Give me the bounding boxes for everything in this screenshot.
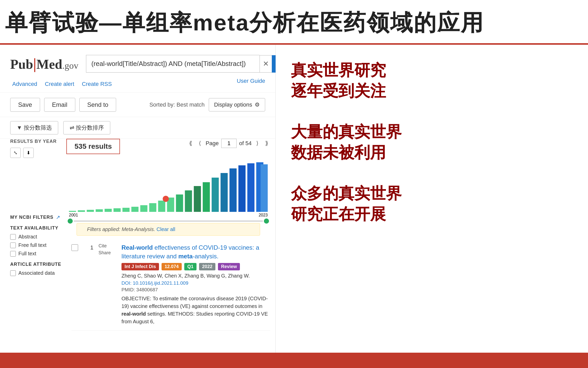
save-button[interactable]: Save: [10, 98, 40, 112]
download-chart-button[interactable]: ⬇: [23, 148, 34, 158]
quartile-badge: Q1: [184, 263, 197, 270]
pub-text: Pub: [10, 57, 33, 72]
year-badge: 2022: [199, 263, 215, 270]
abstract-highlight: real-world: [121, 311, 146, 317]
send-to-button[interactable]: Send to: [79, 98, 116, 112]
collapse-chart-button[interactable]: ⤡: [10, 148, 21, 158]
filter-row: ▼ 按分数筛选 ⇌ 按分数排序: [0, 117, 275, 139]
svg-rect-18: [229, 168, 237, 212]
results-layout: RESULTS BY YEAR ⤡ ⬇ MY NCBI FILTERS ↗ TE…: [0, 139, 275, 331]
title-post: -analysis.: [193, 253, 218, 260]
filter-free-full-text[interactable]: Free full text: [10, 242, 61, 248]
sidebar-icon-group: ⤡ ⬇: [10, 148, 61, 158]
gov-text: .gov: [62, 61, 78, 71]
search-clear-button[interactable]: ✕: [260, 55, 272, 73]
title-bar: 单臂试验—单组率meta分析在医药领域的应用: [0, 0, 588, 45]
search-input[interactable]: [86, 55, 260, 73]
clear-all-link[interactable]: Clear all: [156, 226, 175, 232]
article-actions: Cite Share: [99, 243, 116, 325]
svg-rect-14: [194, 186, 201, 212]
annotation-2-line1: 大量的真实世界: [291, 122, 408, 142]
svg-rect-6: [122, 208, 130, 212]
search-links: Advanced Create alert Create RSS: [12, 81, 112, 87]
svg-rect-5: [114, 208, 121, 212]
doi-value[interactable]: 10.1016/j.ijid.2021.11.009: [133, 280, 188, 286]
article-1-checkbox[interactable]: [71, 244, 78, 251]
last-page-button[interactable]: ⟫: [263, 139, 270, 148]
abstract-checkbox[interactable]: [10, 234, 16, 240]
pubmed-logo: Pub|Med.gov: [10, 55, 78, 73]
text-availability-title: TEXT AVAILABILITY: [10, 225, 61, 231]
page-label: Page: [206, 140, 219, 147]
my-ncbi-section: MY NCBI FILTERS ↗: [10, 214, 61, 220]
cite-label[interactable]: Cite: [99, 243, 116, 249]
advanced-link[interactable]: Advanced: [12, 81, 37, 87]
sort-by-count-button[interactable]: ⇌ 按分数排序: [63, 121, 110, 134]
article-1-badges: Int J Infect Dis 12.074 Q1 2022 Review: [121, 263, 270, 270]
cursor-icon: |: [33, 55, 36, 72]
main-layout: Pub|Med.gov ✕ Search Advanced Create ale…: [0, 45, 588, 367]
associated-data-checkbox[interactable]: [10, 270, 16, 276]
pmid-label: PMID:: [121, 287, 135, 292]
article-1-pmid: PMID: 34800687: [121, 287, 270, 293]
svg-rect-20: [247, 163, 254, 212]
first-page-button[interactable]: ⟪: [187, 139, 194, 148]
external-link-icon[interactable]: ↗: [56, 214, 60, 220]
filter-meta-analysis-tag: Meta-Analysis.: [122, 226, 155, 232]
toolbar: Save Email Send to Sorted by: Best match…: [0, 93, 275, 117]
annotation-3-line1: 众多的真实世界: [291, 183, 408, 204]
journal-badge: Int J Infect Dis: [121, 263, 159, 270]
range-slider[interactable]: [66, 218, 270, 224]
results-count-box: 535 results: [66, 139, 120, 154]
title-highlight-1: Real-world: [121, 244, 153, 251]
chart-start-year: 2001: [69, 213, 78, 217]
chart-articles-section: 535 results ⟪ ⟨ Page of 54 ⟩ ⟫: [61, 139, 275, 331]
free-full-text-checkbox[interactable]: [10, 243, 16, 248]
abstract-pre: OBJECTIVE: To estimate the coronavirus d…: [121, 296, 268, 309]
filters-applied-bar: Filters applied: Meta-Analysis. Clear al…: [77, 223, 260, 236]
slider-left-handle[interactable]: [68, 218, 73, 224]
svg-rect-3: [96, 209, 103, 212]
user-guide-link[interactable]: User Guide: [237, 78, 265, 87]
article-1-title[interactable]: Real-world effectiveness of COVID-19 vac…: [121, 243, 270, 260]
svg-rect-7: [131, 207, 139, 212]
next-page-button[interactable]: ⟩: [254, 139, 261, 148]
article-1-doi[interactable]: DOI: 10.1016/j.ijid.2021.11.009: [121, 280, 270, 286]
email-button[interactable]: Email: [44, 98, 75, 112]
share-label[interactable]: Share: [99, 250, 116, 256]
my-ncbi-label: MY NCBI FILTERS: [10, 215, 53, 220]
impact-factor-badge: 12.074: [162, 263, 182, 270]
sort-label: Sorted by: Best match: [149, 101, 204, 108]
create-alert-link[interactable]: Create alert: [45, 81, 74, 87]
svg-rect-0: [69, 211, 76, 212]
chart-end-year: 2023: [259, 213, 268, 217]
annotation-3-line2: 研究正在开展: [291, 204, 408, 225]
filter-associated-data[interactable]: Associated data: [10, 270, 61, 276]
create-rss-link[interactable]: Create RSS: [82, 81, 112, 87]
annotation-1: 真实世界研究 逐年受到关注: [291, 60, 408, 101]
svg-rect-4: [105, 209, 112, 212]
pagination-row: ⟪ ⟨ Page of 54 ⟩ ⟫: [187, 139, 270, 148]
full-text-checkbox[interactable]: [10, 251, 16, 257]
of-total: of 54: [239, 140, 252, 147]
chart-year-labels: 2001 2023: [66, 213, 270, 217]
svg-rect-16: [212, 178, 219, 212]
page-input[interactable]: [221, 139, 237, 148]
svg-rect-17: [220, 173, 228, 212]
type-badge: Review: [218, 263, 240, 270]
svg-point-23: [163, 196, 169, 202]
display-options-button[interactable]: Display options ⚙: [209, 98, 265, 111]
annotation-1-line2: 逐年受到关注: [291, 81, 408, 101]
filter-full-text[interactable]: Full text: [10, 251, 61, 257]
right-annotations-panel: 真实世界研究 逐年受到关注 大量的真实世界 数据未被利用 众多的真实世界 研究正…: [276, 45, 424, 367]
slider-right-handle[interactable]: [264, 218, 269, 224]
prev-page-button[interactable]: ⟨: [197, 139, 203, 148]
filter-by-count-button[interactable]: ▼ 按分数筛选: [10, 121, 58, 134]
svg-rect-12: [176, 194, 183, 212]
svg-rect-22: [261, 164, 268, 212]
filter-abstract[interactable]: Abstract: [10, 234, 61, 240]
associated-data-label: Associated data: [18, 270, 55, 276]
svg-rect-15: [203, 182, 210, 212]
svg-rect-13: [185, 190, 192, 212]
bottom-bar: [0, 353, 588, 368]
